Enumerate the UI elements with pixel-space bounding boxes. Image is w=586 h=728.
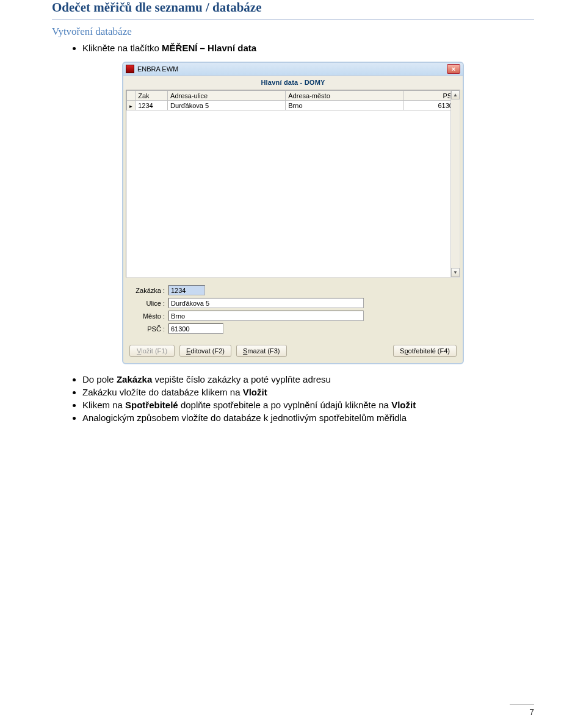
window-title: ENBRA EWM <box>137 65 178 73</box>
col-ulice-header[interactable]: Adresa-ulice <box>168 91 286 101</box>
heading-1: Odečet měřičů dle seznamu / databáze <box>52 0 534 20</box>
intro-bold: MĚŘENÍ – Hlavní data <box>162 43 256 53</box>
mesto-label: Město : <box>132 312 168 320</box>
intro-bullet: Klikněte na tlačítko MĚŘENÍ – Hlavní dat… <box>82 41 534 54</box>
zakazka-label: Zakázka : <box>132 287 168 294</box>
psc-label: PSČ : <box>132 325 168 333</box>
close-icon: × <box>452 66 455 73</box>
grid-header-row: Zak Adresa-ulice Adresa-město PSČ <box>127 91 460 101</box>
ulice-label: Ulice : <box>132 300 168 307</box>
cell-mesto[interactable]: Brno <box>286 101 403 110</box>
cell-zak[interactable]: 1234 <box>136 101 168 110</box>
panel-title: Hlavní data - DOMY <box>123 76 463 90</box>
col-zak-header[interactable]: Zak <box>136 91 168 101</box>
data-grid[interactable]: Zak Adresa-ulice Adresa-město PSČ 1234 D… <box>126 90 460 278</box>
table-row[interactable]: 1234 Durďákova 5 Brno 61300 <box>127 101 460 110</box>
row-indicator-icon <box>127 101 136 110</box>
list-item: Analogickým způsobem vložíte do databáze… <box>82 411 534 424</box>
col-mesto-header[interactable]: Adresa-město <box>286 91 403 101</box>
heading-2: Vytvoření databáze <box>52 26 534 38</box>
close-button[interactable]: × <box>447 64 460 74</box>
spotrebitele-button[interactable]: Spotřebitelé (F4) <box>393 345 457 357</box>
scroll-up-icon[interactable]: ▲ <box>451 90 460 99</box>
intro-list: Klikněte na tlačítko MĚŘENÍ – Hlavní dat… <box>52 41 534 54</box>
mesto-field[interactable]: Brno <box>168 311 364 321</box>
scroll-track[interactable] <box>451 99 460 268</box>
vlozit-button[interactable]: Vložit (F1) <box>129 345 175 357</box>
zakazka-field[interactable]: 1234 <box>168 285 205 295</box>
post-list: Do pole Zakázka vepište číslo zakázky a … <box>52 373 534 424</box>
app-icon <box>126 65 134 73</box>
titlebar[interactable]: ENBRA EWM × <box>123 63 463 76</box>
list-item: Do pole Zakázka vepište číslo zakázky a … <box>82 373 534 386</box>
form-area: Zakázka : 1234 Ulice : Durďákova 5 Město… <box>123 280 463 340</box>
editovat-button[interactable]: Editovat (F2) <box>179 345 231 357</box>
ulice-field[interactable]: Durďákova 5 <box>168 298 364 308</box>
page-number: 7 <box>510 704 534 717</box>
psc-field[interactable]: 61300 <box>168 323 223 334</box>
col-indicator <box>127 91 136 101</box>
smazat-button[interactable]: Smazat (F3) <box>236 345 287 357</box>
list-item: Klikem na Spotřebitelé doplňte spotřebit… <box>82 398 534 411</box>
cell-ulice[interactable]: Durďákova 5 <box>168 101 286 110</box>
scroll-down-icon[interactable]: ▼ <box>451 268 460 277</box>
list-item: Zakázku vložíte do databáze klikem na Vl… <box>82 386 534 398</box>
grid-scrollbar[interactable]: ▲ ▼ <box>450 90 460 277</box>
button-row: Vložit (F1) Editovat (F2) Smazat (F3) Sp… <box>123 340 463 363</box>
dialog-window: ENBRA EWM × Hlavní data - DOMY Zak Adres… <box>122 62 464 364</box>
intro-text: Klikněte na tlačítko <box>82 43 162 53</box>
